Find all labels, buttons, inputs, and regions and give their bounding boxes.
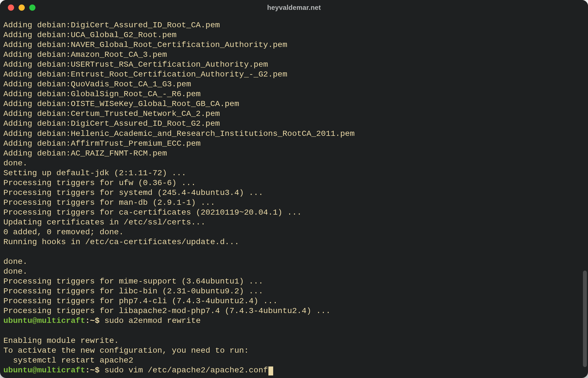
prompt-symbol: $ [95, 366, 104, 375]
cursor [268, 366, 273, 375]
close-icon[interactable] [8, 4, 14, 11]
prompt-line-1: ubuntu@multicraft:~$ sudo a2enmod rewrit… [3, 316, 585, 326]
window-controls [8, 4, 35, 11]
prompt-symbol: $ [95, 316, 104, 325]
terminal-window: heyvaldemar.net Adding debian:DigiCert_A… [0, 0, 588, 378]
command-text: sudo a2enmod rewrite [104, 316, 201, 325]
terminal-output[interactable]: Adding debian:DigiCert_Assured_ID_Root_C… [0, 15, 588, 378]
command-text: sudo vim /etc/apache2/apache2.conf [104, 366, 268, 375]
stdout-lines-2: Enabling module rewrite. To activate the… [3, 336, 249, 365]
stdout-lines: Adding debian:DigiCert_Assured_ID_Root_C… [3, 21, 355, 316]
prompt-line-2: ubuntu@multicraft:~$ sudo vim /etc/apach… [3, 365, 585, 375]
window-title: heyvaldemar.net [267, 4, 321, 12]
maximize-icon[interactable] [29, 4, 35, 11]
scrollbar-thumb[interactable] [583, 271, 587, 367]
scrollbar-track[interactable] [582, 17, 587, 374]
title-bar: heyvaldemar.net [0, 0, 588, 15]
prompt-separator: : [85, 316, 90, 325]
prompt-path: ~ [90, 366, 95, 375]
minimize-icon[interactable] [19, 4, 25, 11]
prompt-separator: : [85, 366, 90, 375]
prompt-user: ubuntu@multicraft [3, 366, 85, 375]
prompt-user: ubuntu@multicraft [3, 316, 85, 325]
prompt-path: ~ [90, 316, 95, 325]
